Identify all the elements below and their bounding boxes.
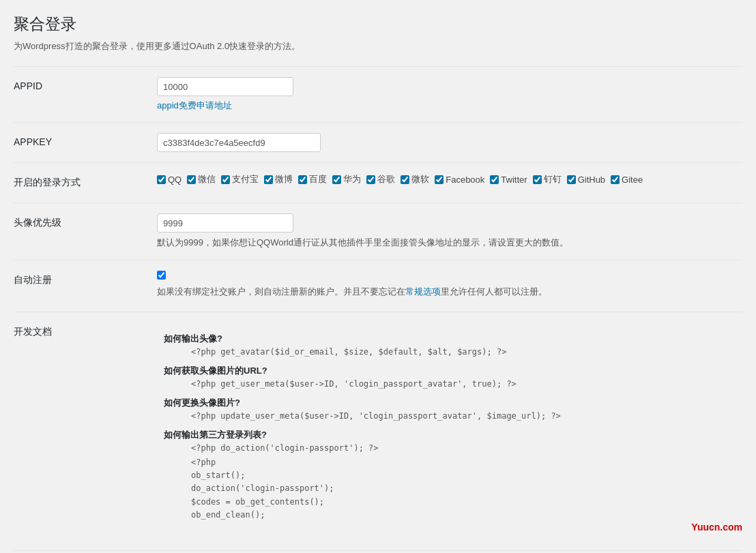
checkbox-item-baidu: 百度: [298, 173, 327, 185]
appid-link[interactable]: appid免费申请地址: [157, 100, 736, 112]
label-gitee: Gitee: [622, 175, 643, 185]
checkbox-github[interactable]: [567, 175, 576, 184]
checkbox-weiruan[interactable]: [401, 175, 409, 184]
checkboxes-container: QQ 微信 支付宝 微博: [157, 173, 736, 185]
dev-docs-section: 如何输出头像? <?php get_avatar($id_or_email, $…: [157, 323, 736, 540]
checkbox-twitter[interactable]: [490, 175, 499, 184]
label-github: GitHub: [578, 175, 605, 185]
label-twitter: Twitter: [501, 175, 527, 185]
login-methods-cell: QQ 微信 支付宝 微博: [150, 163, 742, 203]
dev-docs-row: 开发文档 如何输出头像? <?php get_avatar($id_or_ema…: [14, 312, 742, 551]
label-dingding: 钉钉: [544, 173, 562, 185]
dev-docs-cell: 如何输出头像? <?php get_avatar($id_or_email, $…: [150, 312, 742, 551]
checkbox-zhifubao[interactable]: [221, 175, 230, 184]
checkbox-baidu[interactable]: [298, 175, 307, 184]
dev-docs-item-1: 如何输出头像? <?php get_avatar($id_or_email, $…: [164, 333, 729, 357]
avatar-priority-input[interactable]: [157, 213, 293, 233]
checkbox-qq[interactable]: [157, 175, 166, 184]
auto-register-label: 自动注册: [14, 260, 150, 312]
auto-register-hint-after: 里允许任何人都可以注册。: [441, 286, 547, 297]
dev-docs-code-2: <?php get_user_meta($user->ID, 'clogin_p…: [164, 379, 729, 389]
appid-cell: appid免费申请地址: [150, 67, 742, 123]
auto-register-link[interactable]: 常规选项: [405, 286, 441, 297]
dev-docs-question-2: 如何获取头像图片的URL?: [164, 365, 729, 377]
appkey-input[interactable]: [157, 133, 321, 152]
dev-docs-label: 开发文档: [14, 312, 150, 551]
checkbox-item-dingding: 钉钉: [533, 173, 562, 185]
checkbox-google[interactable]: [366, 175, 375, 184]
label-baidu: 百度: [309, 173, 327, 185]
dev-docs-item-3: 如何更换头像图片? <?php update_user_meta($user->…: [164, 397, 729, 421]
appid-label: APPID: [14, 67, 150, 123]
dev-docs-question-3: 如何更换头像图片?: [164, 397, 729, 409]
label-zhifubao: 支付宝: [232, 173, 259, 185]
avatar-priority-hint: 默认为9999，如果你想让QQWorld通行证从其他插件手里全面接管头像地址的显…: [157, 236, 736, 250]
appkey-label: APPKEY: [14, 123, 150, 163]
page-title: 聚合登录: [14, 14, 742, 35]
dev-docs-code-block-4: <?php ob_start(); do_action('clogin-pass…: [164, 456, 729, 522]
dev-docs-code-1: <?php get_avatar($id_or_email, $size, $d…: [164, 347, 729, 357]
auto-register-hint: 如果没有绑定社交账户，则自动注册新的账户。并且不要忘记在常规选项里允许任何人都可…: [157, 285, 736, 299]
dev-docs-question-4: 如何输出第三方登录列表?: [164, 429, 729, 441]
appkey-cell: [150, 123, 742, 163]
watermark: Yuucn.com: [691, 522, 742, 533]
avatar-priority-cell: 默认为9999，如果你想让QQWorld通行证从其他插件手里全面接管头像地址的显…: [150, 203, 742, 260]
checkbox-item-google: 谷歌: [366, 173, 395, 185]
checkbox-weixin[interactable]: [187, 175, 196, 184]
label-weixin: 微信: [198, 173, 216, 185]
avatar-priority-row: 头像优先级 默认为9999，如果你想让QQWorld通行证从其他插件手里全面接管…: [14, 203, 742, 260]
auto-register-cell: 如果没有绑定社交账户，则自动注册新的账户。并且不要忘记在常规选项里允许任何人都可…: [150, 260, 742, 312]
login-methods-label: 开启的登录方式: [14, 163, 150, 203]
appid-row: APPID appid免费申请地址: [14, 67, 742, 123]
checkbox-weibo[interactable]: [264, 175, 273, 184]
checkbox-item-huawei: 华为: [332, 173, 361, 185]
settings-form: APPID appid免费申请地址 APPKEY 开启的登录方式: [14, 66, 742, 551]
label-huawei: 华为: [343, 173, 361, 185]
checkbox-item-gitee: Gitee: [611, 175, 643, 185]
appkey-row: APPKEY: [14, 123, 742, 163]
dev-docs-question-1: 如何输出头像?: [164, 333, 729, 345]
checkbox-huawei[interactable]: [332, 175, 341, 184]
page-subtitle: 为Wordpress打造的聚合登录，使用更多通过OAuth 2.0快速登录的方法…: [14, 40, 742, 53]
page-wrapper: 聚合登录 为Wordpress打造的聚合登录，使用更多通过OAuth 2.0快速…: [0, 0, 756, 553]
dev-docs-item-4: 如何输出第三方登录列表? <?php do_action('clogin-pas…: [164, 429, 729, 522]
login-methods-row: 开启的登录方式 QQ 微信 支付宝: [14, 163, 742, 203]
appid-input[interactable]: [157, 77, 293, 96]
avatar-priority-label: 头像优先级: [14, 203, 150, 260]
label-weiruan: 微软: [411, 173, 429, 185]
auto-register-row: 自动注册 如果没有绑定社交账户，则自动注册新的账户。并且不要忘记在常规选项里允许…: [14, 260, 742, 312]
label-facebook: Facebook: [446, 175, 484, 185]
checkbox-item-weibo: 微博: [264, 173, 293, 185]
checkbox-item-facebook: Facebook: [435, 175, 484, 185]
auto-register-hint-before: 如果没有绑定社交账户，则自动注册新的账户。并且不要忘记在: [157, 286, 405, 297]
dev-docs-code-4: <?php do_action('clogin-passport'); ?>: [164, 443, 729, 453]
label-google: 谷歌: [377, 173, 395, 185]
dev-docs-item-2: 如何获取头像图片的URL? <?php get_user_meta($user-…: [164, 365, 729, 389]
label-weibo: 微博: [275, 173, 293, 185]
checkbox-item-twitter: Twitter: [490, 175, 527, 185]
checkbox-facebook[interactable]: [435, 175, 444, 184]
checkbox-dingding[interactable]: [533, 175, 542, 184]
label-qq: QQ: [168, 175, 181, 185]
checkbox-item-weiruan: 微软: [401, 173, 429, 185]
auto-register-checkbox[interactable]: [157, 271, 166, 280]
checkbox-item-zhifubao: 支付宝: [221, 173, 259, 185]
checkbox-item-github: GitHub: [567, 175, 605, 185]
checkbox-item-weixin: 微信: [187, 173, 216, 185]
dev-docs-code-3: <?php update_user_meta($user->ID, 'clogi…: [164, 411, 729, 421]
checkbox-item-qq: QQ: [157, 175, 181, 185]
checkbox-gitee[interactable]: [611, 175, 620, 184]
